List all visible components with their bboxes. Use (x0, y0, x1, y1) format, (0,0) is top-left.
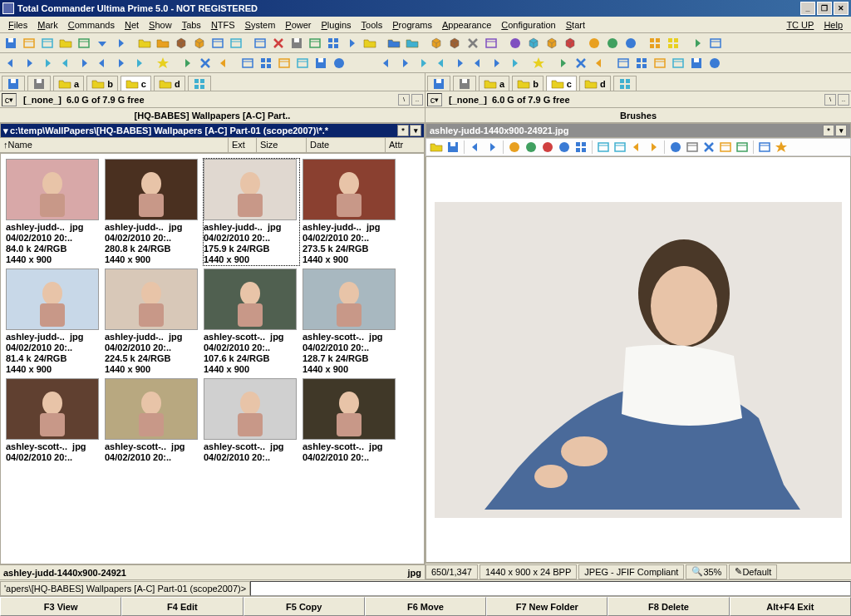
command-input[interactable] (250, 581, 851, 596)
toolbar-button-32[interactable] (524, 34, 542, 52)
toolbar-button-12[interactable] (209, 34, 226, 52)
toolbar-button-40[interactable] (646, 34, 663, 52)
fn-f7[interactable]: F7 New Folder (486, 597, 608, 616)
toolbar-button-16[interactable] (257, 54, 274, 71)
toolbar-button-21[interactable] (361, 34, 378, 52)
thumbnail-item[interactable]: ashley-scott-.. jpg04/02/2010 20:.. (105, 378, 200, 463)
toolbar-button-32[interactable] (487, 54, 504, 71)
toolbar-button-1[interactable] (20, 34, 37, 52)
toolbar-button-33[interactable] (543, 34, 560, 52)
undo-icon[interactable] (629, 140, 644, 155)
redo-icon[interactable] (646, 140, 661, 155)
toolbar-button-3[interactable] (57, 54, 74, 71)
effects-icon[interactable] (774, 140, 789, 155)
resize-icon[interactable] (718, 140, 733, 155)
rotate-r-icon[interactable] (612, 140, 627, 155)
next-icon[interactable] (485, 140, 499, 155)
toolbar-button-30[interactable] (450, 54, 468, 71)
toolbar-button-18[interactable] (293, 54, 311, 71)
thumbnail-item[interactable]: ashley-scott-.. jpg04/02/2010 20:..128.7… (303, 269, 398, 375)
toolbar-button-10[interactable] (172, 34, 189, 52)
favorites-button-r[interactable]: ▾ (835, 125, 847, 136)
toolbar-button-42[interactable] (632, 54, 650, 71)
thumbnail-item[interactable]: ashley-judd-.. jpg04/02/2010 20:..273.5 … (303, 159, 398, 265)
fn-alt+f4[interactable]: Alt+F4 Exit (730, 597, 851, 616)
tab-d[interactable]: d (579, 76, 611, 91)
menu-configuration[interactable]: Configuration (496, 18, 560, 32)
toolbar-button-12[interactable] (196, 54, 214, 71)
tab-b[interactable]: b (86, 76, 118, 91)
fit-icon[interactable] (557, 140, 572, 155)
toolbar-button-31[interactable] (469, 54, 486, 71)
disk-icon[interactable] (2, 76, 25, 91)
menu-tools[interactable]: Tools (357, 18, 388, 32)
toolbar-button-36[interactable] (585, 34, 603, 52)
menu-ntfs[interactable]: NTFS (206, 18, 240, 32)
thumbnail-item[interactable]: ashley-scott-.. jpg04/02/2010 20:.. (204, 378, 299, 463)
disk-icon[interactable] (27, 76, 51, 91)
left-column-header[interactable]: ↑Name Ext Size Date Attr (0, 138, 425, 153)
toolbar-button-11[interactable] (190, 34, 208, 52)
toolbar-button-37[interactable] (553, 54, 571, 71)
menu-start[interactable]: Start (561, 18, 590, 32)
thumbnail-item[interactable]: ashley-judd-.. jpg04/02/2010 20:..224.5 … (105, 269, 200, 375)
toolbar-button-1[interactable] (20, 54, 37, 71)
root-button-r[interactable]: \ (824, 94, 836, 106)
toolbar-button-28[interactable] (464, 34, 481, 52)
prev-icon[interactable] (468, 140, 483, 155)
toolbar-button-24[interactable] (403, 34, 421, 52)
tab-a[interactable]: a (53, 76, 84, 91)
toolbar-button-29[interactable] (482, 34, 499, 52)
toolbar-button-38[interactable] (572, 54, 589, 71)
toolbar-button-2[interactable] (38, 54, 56, 71)
menu-tc-up[interactable]: TC UP (781, 18, 819, 32)
toolbar-button-29[interactable] (432, 54, 450, 71)
left-path-bar[interactable]: ▾ *▾ (0, 123, 425, 138)
open-icon[interactable] (429, 140, 444, 155)
toolbar-button-18[interactable] (306, 34, 323, 52)
menu-show[interactable]: Show (144, 18, 177, 32)
fn-f8[interactable]: F8 Delete (608, 597, 729, 616)
toolbar-button-6[interactable] (111, 34, 129, 52)
tab-network[interactable] (188, 76, 211, 91)
toolbar-button-13[interactable] (214, 54, 232, 71)
toolbar-button-43[interactable] (651, 54, 668, 71)
grid-icon[interactable] (573, 140, 588, 155)
toolbar-button-9[interactable] (154, 34, 171, 52)
disk-icon[interactable] (453, 76, 476, 91)
up-button[interactable]: .. (411, 94, 423, 106)
toolbar-button-4[interactable] (75, 34, 92, 52)
fn-f5[interactable]: F5 Copy (243, 597, 365, 616)
menu-files[interactable]: Files (3, 18, 32, 32)
zoom-in-icon[interactable] (524, 140, 539, 155)
toolbar-button-2[interactable] (38, 34, 56, 52)
rotate-l-icon[interactable] (596, 140, 611, 155)
menu-commands[interactable]: Commands (63, 18, 120, 32)
tab-a[interactable]: a (479, 76, 509, 91)
toolbar-button-44[interactable] (669, 54, 686, 71)
toolbar-button-17[interactable] (288, 34, 305, 52)
toolbar-button-19[interactable] (312, 54, 329, 71)
filter-icon[interactable] (757, 140, 772, 155)
menu-appearance[interactable]: Appearance (437, 18, 496, 32)
tab-c[interactable]: c (121, 76, 151, 91)
toolbar-button-0[interactable] (2, 54, 19, 71)
toolbar-button-15[interactable] (251, 34, 268, 52)
tab-b[interactable]: b (512, 76, 544, 91)
toolbar-button-41[interactable] (614, 54, 632, 71)
toolbar-button-44[interactable] (706, 34, 724, 52)
left-file-list[interactable]: ashley-judd-.. jpg04/02/2010 20:..84.0 k… (0, 153, 425, 564)
toolbar-button-26[interactable] (427, 34, 445, 52)
menu-system[interactable]: System (240, 18, 281, 32)
toolbar-button-6[interactable] (111, 54, 129, 71)
toolbar-button-0[interactable] (2, 34, 19, 52)
toolbar-button-5[interactable] (93, 54, 111, 71)
toolbar-button-28[interactable] (414, 54, 431, 71)
fn-f4[interactable]: F4 Edit (121, 597, 243, 616)
drive-c-button-r[interactable]: c ▾ (427, 93, 442, 106)
menu-help[interactable]: Help (819, 18, 848, 32)
disk-icon[interactable] (427, 76, 450, 91)
toolbar-button-19[interactable] (324, 34, 342, 52)
history-button-r[interactable]: * (823, 125, 834, 136)
zoom-icon[interactable] (507, 140, 522, 155)
